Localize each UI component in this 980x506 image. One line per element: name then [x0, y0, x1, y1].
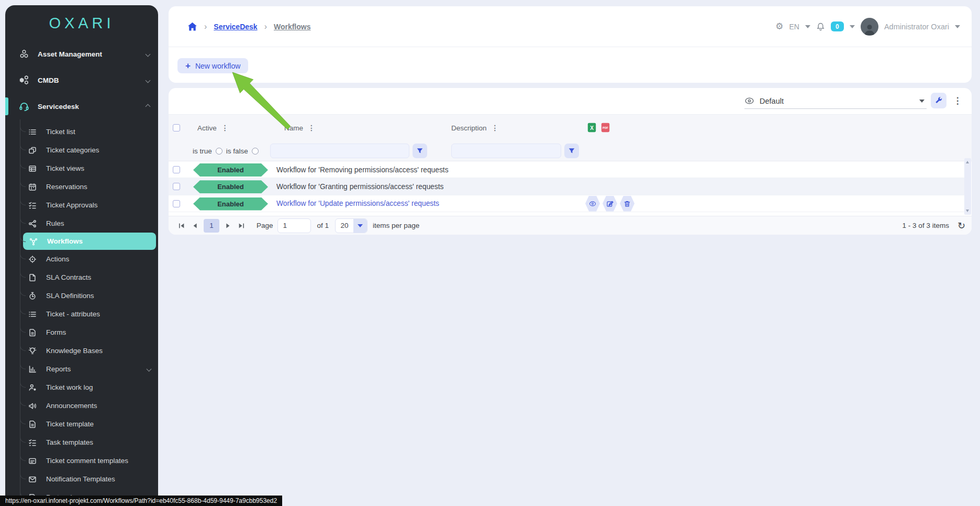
- column-header-name[interactable]: Name ⋮: [284, 115, 315, 141]
- sidebar-item-rules[interactable]: Rules: [5, 214, 158, 233]
- chevron-down-icon: [358, 224, 363, 227]
- home-icon[interactable]: [187, 21, 197, 31]
- sidebar-group-servicedesk[interactable]: Servicedesk: [5, 93, 158, 119]
- sidebar-item-ticket-template[interactable]: Ticket template: [5, 415, 158, 433]
- sidebar-item-sla-definitions[interactable]: SLA Definitions: [5, 287, 158, 305]
- breadcrumb-workflows[interactable]: Workflows: [274, 23, 311, 31]
- current-page-button[interactable]: 1: [204, 219, 219, 233]
- sidebar-item-ticket-views[interactable]: Ticket views: [5, 159, 158, 178]
- description-filter-button[interactable]: [564, 144, 579, 158]
- servicedesk-submenu: Ticket list Ticket categories Ticket vie…: [5, 119, 158, 506]
- user-menu[interactable]: Administrator Oxari: [884, 23, 949, 31]
- bell-icon[interactable]: [816, 22, 825, 31]
- name-filter-input[interactable]: [270, 144, 409, 158]
- workflow-name[interactable]: Workflow for 'Removing permissions/acces…: [276, 161, 449, 178]
- view-selector-dropdown[interactable]: Default: [744, 93, 927, 109]
- checklist-icon: [28, 201, 37, 210]
- sidebar-item-ticket-comment-templates[interactable]: Ticket comment templates: [5, 452, 158, 470]
- column-menu-icon[interactable]: ⋮: [221, 124, 229, 132]
- sidebar-item-ticket-attributes[interactable]: Ticket - attributes: [5, 305, 158, 323]
- scroll-down-icon[interactable]: [966, 210, 969, 212]
- pager-range-label: 1 - 3 of 3 items: [903, 222, 949, 229]
- page-number-input[interactable]: [277, 218, 311, 233]
- sidebar-item-forms[interactable]: Forms: [5, 323, 158, 342]
- table-row[interactable]: Enabled Workflow for 'Removing permissio…: [169, 161, 965, 178]
- is-false-radio[interactable]: [252, 148, 259, 155]
- refresh-icon[interactable]: ↻: [957, 221, 965, 230]
- previous-page-button[interactable]: [188, 219, 202, 233]
- plus-icon: +: [185, 61, 191, 70]
- first-page-button[interactable]: [175, 219, 188, 233]
- link-preview-statusbar: https://en-oxari.infonet-projekt.com/Wor…: [0, 496, 282, 506]
- tree-connector: [20, 321, 26, 333]
- notification-badge[interactable]: 0: [831, 21, 844, 31]
- workflow-name-link[interactable]: Workflow for 'Update permissions/access'…: [276, 195, 439, 212]
- avatar[interactable]: [861, 18, 878, 36]
- page-label: Page: [257, 222, 273, 229]
- breadcrumb-servicedesk[interactable]: ServiceDesk: [214, 23, 257, 31]
- page-size-select[interactable]: 20: [335, 218, 368, 233]
- column-header-active[interactable]: Active ⋮: [197, 115, 229, 141]
- sidebar-item-ticket-work-log[interactable]: Ticket work log: [5, 378, 158, 397]
- workflow-name[interactable]: Workflow for 'Granting permissions/acces…: [276, 178, 443, 195]
- tree-connector: [20, 120, 26, 132]
- export-excel-icon[interactable]: [587, 123, 596, 133]
- description-filter-input[interactable]: [451, 144, 561, 158]
- is-true-radio[interactable]: [216, 148, 222, 155]
- sidebar-item-notification-templates[interactable]: Notification Templates: [5, 470, 158, 488]
- chevron-down-icon[interactable]: [850, 25, 855, 28]
- person-icon: [863, 22, 876, 36]
- vertical-scrollbar[interactable]: [964, 158, 971, 215]
- grid-settings-button[interactable]: [931, 93, 946, 108]
- funnel-icon: [416, 147, 424, 155]
- sidebar-item-ticket-list[interactable]: Ticket list: [5, 123, 158, 141]
- sidebar-item-announcements[interactable]: Announcements: [5, 397, 158, 415]
- sidebar-item-sla-contracts[interactable]: SLA Contracts: [5, 268, 158, 287]
- chevron-down-icon[interactable]: [805, 25, 810, 28]
- sidebar-item-reservations[interactable]: Reservations: [5, 178, 158, 196]
- delete-row-button[interactable]: [620, 196, 634, 212]
- sidebar-item-ticket-approvals[interactable]: Ticket Approvals: [5, 196, 158, 214]
- page-size-dropdown[interactable]: [353, 219, 367, 233]
- tree-connector: [20, 284, 26, 296]
- hexagons-icon: [19, 49, 29, 59]
- sidebar-item-ticket-categories[interactable]: Ticket categories: [5, 141, 158, 159]
- form-icon: [28, 328, 37, 337]
- chevron-down-icon[interactable]: [955, 25, 960, 28]
- column-menu-icon[interactable]: ⋮: [492, 124, 499, 132]
- edit-icon: [606, 200, 614, 207]
- breadcrumb-separator: ›: [204, 22, 207, 31]
- scroll-up-icon[interactable]: [966, 161, 969, 163]
- grid-header-row: Active ⋮ Name ⋮ Description ⋮: [169, 114, 972, 140]
- gear-icon[interactable]: ⚙: [775, 21, 783, 32]
- first-page-icon: [179, 223, 185, 229]
- language-selector[interactable]: EN: [789, 23, 799, 31]
- view-row-button[interactable]: [585, 196, 600, 212]
- column-header-description[interactable]: Description ⋮: [451, 115, 499, 141]
- next-page-button[interactable]: [221, 219, 235, 233]
- row-checkbox[interactable]: [173, 166, 180, 173]
- sidebar-item-reports[interactable]: Reports: [5, 360, 158, 378]
- mail-icon: [28, 475, 37, 483]
- grid-body: Enabled Workflow for 'Removing permissio…: [169, 161, 965, 212]
- name-filter-button[interactable]: [413, 144, 427, 158]
- sidebar-item-task-templates[interactable]: Task templates: [5, 433, 158, 452]
- new-workflow-button[interactable]: + New workflow: [177, 58, 248, 73]
- grid-pager: 1 Page of 1 20 items per page 1 - 3 of 3…: [169, 216, 972, 235]
- sidebar-item-actions[interactable]: Actions: [5, 250, 158, 268]
- wrench-icon: [934, 96, 943, 105]
- last-page-button[interactable]: [235, 219, 248, 233]
- sidebar-item-workflows[interactable]: Workflows: [23, 233, 156, 250]
- sidebar-group-asset-management[interactable]: Asset Management: [5, 41, 158, 67]
- table-row[interactable]: Enabled Workflow for 'Granting permissio…: [169, 178, 965, 195]
- edit-row-button[interactable]: [603, 196, 617, 212]
- sidebar-item-knowledge-bases[interactable]: Knowledge Bases: [5, 342, 158, 360]
- select-all-checkbox[interactable]: [173, 124, 180, 131]
- grid-menu-button[interactable]: ⋮: [950, 93, 965, 108]
- row-checkbox[interactable]: [173, 200, 180, 207]
- column-menu-icon[interactable]: ⋮: [308, 124, 315, 132]
- row-checkbox[interactable]: [173, 183, 180, 190]
- table-row[interactable]: Enabled Workflow for 'Update permissions…: [169, 195, 965, 212]
- sidebar-group-cmdb[interactable]: CMDB: [5, 67, 158, 93]
- export-pdf-icon[interactable]: [601, 123, 610, 133]
